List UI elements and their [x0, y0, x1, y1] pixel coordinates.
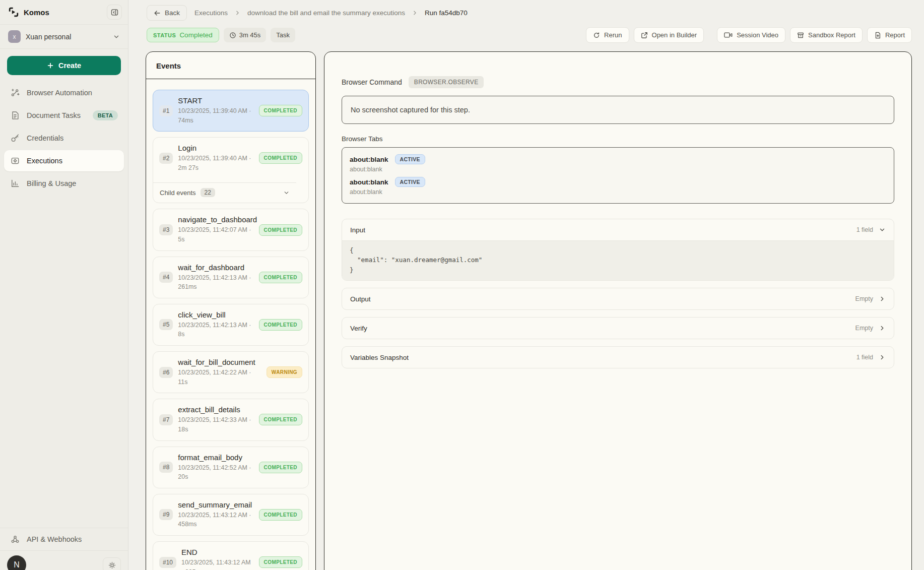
tab-url: about:blank [350, 166, 886, 173]
event-card[interactable]: #4 wait_for_dashboard 10/23/2025, 11:42:… [153, 257, 309, 298]
create-button[interactable]: Create [7, 56, 121, 75]
header-actions: Rerun Open in Builder Session Video Sand… [586, 27, 912, 43]
sidebar: Komos x Xuan personal Create [0, 0, 128, 570]
user-avatar[interactable]: N [7, 555, 26, 570]
chevron-down-icon [113, 33, 120, 40]
event-body: click_view_bill 10/23/2025, 11:42:13 AM … [178, 310, 253, 339]
sidebar-header: Komos [0, 0, 128, 25]
chevron-down-icon [879, 226, 886, 233]
events-list: #1 START 10/23/2025, 11:39:40 AM · 74ms … [146, 79, 315, 570]
verify-empty-label: Empty [855, 325, 873, 332]
app-name: Komos [24, 8, 49, 17]
event-body: send_summary_email 10/23/2025, 11:43:12 … [178, 500, 253, 529]
event-status-badge: COMPLETED [259, 224, 302, 236]
event-body: START 10/23/2025, 11:39:40 AM · 74ms [178, 96, 253, 125]
event-card[interactable]: #7 extract_bill_details 10/23/2025, 11:4… [153, 399, 309, 440]
event-title: Login [178, 144, 253, 152]
task-type-badge: Task [271, 28, 295, 42]
no-screenshot-notice: No screenshot captured for this step. [342, 96, 894, 124]
verify-section-header[interactable]: Verify Empty [342, 318, 894, 339]
event-timestamp: 10/23/2025, 11:42:52 AM · 20s [178, 463, 253, 482]
breadcrumb-trail: Executions download the bill and email t… [194, 9, 468, 17]
webhook-icon [10, 534, 20, 544]
chevron-right-icon [412, 10, 418, 16]
event-timestamp: 10/23/2025, 11:42:13 AM · 8s [178, 321, 253, 339]
bar-chart-icon [10, 178, 20, 188]
event-status-badge: COMPLETED [259, 105, 302, 116]
variables-snapshot-header[interactable]: Variables Snapshot 1 field [342, 347, 894, 368]
report-button[interactable]: Report [867, 27, 912, 43]
breadcrumb-item-executions[interactable]: Executions [194, 9, 228, 17]
child-events-row[interactable]: Child events 22 [153, 182, 296, 203]
workspace-selector[interactable]: x Xuan personal [0, 25, 128, 49]
clock-icon [229, 32, 236, 39]
event-title: format_email_body [178, 453, 253, 462]
output-empty-label: Empty [855, 295, 873, 302]
sidebar-item-executions[interactable]: Executions [4, 150, 124, 171]
event-card[interactable]: #10 END 10/23/2025, 11:43:12 AM · 325ms … [153, 541, 309, 570]
panel-collapse-icon [110, 8, 119, 17]
event-card[interactable]: #3 navigate_to_dashboard 10/23/2025, 11:… [153, 209, 309, 250]
key-icon [10, 133, 20, 143]
child-events-count-badge: 22 [201, 188, 215, 197]
event-card[interactable]: #6 wait_for_bill_document 10/23/2025, 11… [153, 351, 309, 393]
automation-icon [10, 88, 20, 98]
event-number-badge: #8 [159, 462, 173, 473]
event-card[interactable]: #8 format_email_body 10/23/2025, 11:42:5… [153, 447, 309, 488]
sandbox-report-button[interactable]: Sandbox Report [790, 27, 863, 43]
input-field-count: 1 field [856, 226, 873, 233]
sidebar-item-browser-automation[interactable]: Browser Automation [4, 82, 124, 103]
event-number-badge: #10 [159, 557, 176, 568]
event-timestamp: 10/23/2025, 11:42:13 AM · 261ms [178, 273, 253, 292]
tab-title: about:blank [350, 156, 388, 163]
breadcrumb: Back Executions download the bill and em… [147, 5, 912, 21]
output-section-header[interactable]: Output Empty [342, 288, 894, 309]
theme-toggle-button[interactable] [103, 557, 121, 570]
event-timestamp: 10/23/2025, 11:43:12 AM · 325ms [181, 558, 254, 570]
event-number-badge: #3 [159, 224, 173, 235]
sidebar-item-credentials[interactable]: Credentials [4, 128, 124, 149]
open-in-builder-button[interactable]: Open in Builder [634, 27, 704, 43]
refresh-icon [593, 32, 600, 39]
event-card[interactable]: #9 send_summary_email 10/23/2025, 11:43:… [153, 494, 309, 536]
event-timestamp: 10/23/2025, 11:39:40 AM · 74ms [178, 106, 253, 125]
workspace-name: Xuan personal [26, 33, 71, 41]
sidebar-item-document-tasks[interactable]: Document Tasks BETA [4, 105, 124, 126]
sidebar-item-api-webhooks[interactable]: API & Webhooks [0, 528, 128, 551]
breadcrumb-item-run: Run fa54db70 [425, 9, 468, 17]
event-status-badge: COMPLETED [259, 414, 302, 425]
sidebar-item-billing-usage[interactable]: Billing & Usage [4, 173, 124, 194]
event-body: wait_for_dashboard 10/23/2025, 11:42:13 … [178, 263, 253, 292]
sidebar-footer: API & Webhooks N [0, 528, 128, 570]
input-section: Input 1 field { "email": "xuan.dreamer@g… [342, 219, 894, 281]
browser-tabs-label: Browser Tabs [342, 135, 894, 143]
event-timestamp: 10/23/2025, 11:43:12 AM · 458ms [178, 511, 253, 529]
input-section-body: { "email": "xuan.dreamer@gmail.com" } [342, 240, 894, 280]
event-card[interactable]: #5 click_view_bill 10/23/2025, 11:42:13 … [153, 304, 309, 346]
file-download-icon [874, 32, 881, 39]
input-section-header[interactable]: Input 1 field [342, 219, 894, 240]
event-status-badge: COMPLETED [259, 319, 302, 331]
event-card[interactable]: #1 START 10/23/2025, 11:39:40 AM · 74ms … [153, 90, 309, 132]
event-timestamp: 10/23/2025, 11:42:33 AM · 18s [178, 415, 253, 434]
event-title: extract_bill_details [178, 405, 253, 414]
sidebar-collapse-button[interactable] [107, 5, 122, 20]
breadcrumb-item-workflow[interactable]: download the bill and email the summary … [247, 9, 405, 17]
chevron-right-icon [879, 354, 886, 361]
status-bar: STATUS Completed 3m 45s Task Rerun [147, 27, 912, 43]
rerun-button[interactable]: Rerun [586, 27, 629, 43]
chevron-right-icon [879, 325, 886, 332]
external-link-icon [641, 32, 648, 39]
chevron-right-icon [879, 295, 886, 302]
event-status-badge: COMPLETED [259, 556, 302, 568]
events-panel-title: Events [146, 52, 315, 79]
tab-active-badge: ACTIVE [395, 177, 425, 187]
event-title: navigate_to_dashboard [178, 215, 253, 224]
event-card[interactable]: #2 Login 10/23/2025, 11:39:40 AM · 2m 27… [153, 137, 309, 203]
event-timestamp: 10/23/2025, 11:42:07 AM · 5s [178, 225, 253, 244]
sidebar-nav: Browser Automation Document Tasks BETA C… [0, 80, 128, 196]
output-section: Output Empty [342, 288, 894, 310]
session-video-button[interactable]: Session Video [717, 27, 785, 43]
back-button[interactable]: Back [147, 5, 187, 21]
event-detail-panel: Browser Command BROWSER.OBSERVE No scree… [324, 51, 912, 570]
